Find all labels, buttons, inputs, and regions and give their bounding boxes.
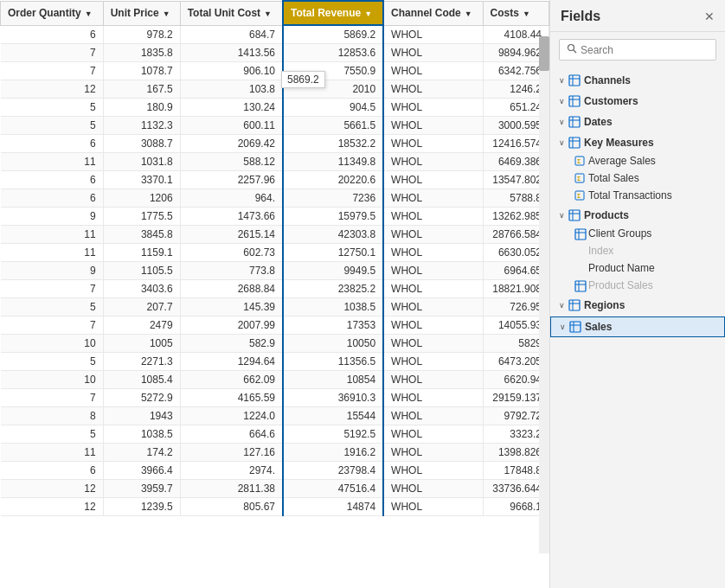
cell-total_revenue: 15544 bbox=[283, 407, 383, 425]
cell-channel_code: WHOL bbox=[383, 316, 483, 335]
table-row: 71078.7906.107550.9WHOL6342.756 bbox=[1, 62, 549, 80]
fields-list: ∨ Channels∨ Customers∨ Dates∨ Key Measur… bbox=[550, 67, 725, 588]
table-row: 12167.5103.82010WHOL1246.2 bbox=[1, 80, 549, 99]
table-row: 63088.72069.4218532.2WHOL12416.574 bbox=[1, 135, 549, 153]
table-row: 101005582.910050WHOL5829 bbox=[1, 335, 549, 353]
cell-channel_code: WHOL bbox=[383, 171, 483, 189]
cell-channel_code: WHOL bbox=[383, 462, 483, 480]
search-input[interactable] bbox=[581, 44, 710, 56]
cell-total_unit_cost: 684.7 bbox=[180, 25, 283, 44]
col-header-total_unit_cost[interactable]: Total Unit Cost▼ bbox=[180, 1, 283, 25]
search-icon bbox=[567, 43, 577, 56]
field-group-sales: ∨ Sales bbox=[550, 316, 725, 337]
table-row: 123959.72811.3847516.4WHOL33736.644 bbox=[1, 480, 549, 498]
cell-total_revenue: 9949.5 bbox=[283, 262, 383, 280]
cell-channel_code: WHOL bbox=[383, 117, 483, 135]
cell-channel_code: WHOL bbox=[383, 262, 483, 280]
field-group-channels: ∨ Channels bbox=[550, 71, 725, 90]
cell-unit_price: 2479 bbox=[103, 316, 180, 335]
field-group-label-products: Products bbox=[584, 209, 629, 221]
table-row: 73403.62688.8423825.2WHOL18821.908 bbox=[1, 280, 549, 298]
table-row: 5180.9130.24904.5WHOL651.24 bbox=[1, 99, 549, 117]
cell-total_revenue: 12750.1 bbox=[283, 244, 383, 262]
field-item-total_sales[interactable]: Σ Total Sales bbox=[550, 169, 725, 187]
scroll-thumb[interactable] bbox=[539, 36, 549, 71]
cell-unit_price: 1239.5 bbox=[103, 498, 180, 516]
col-header-total_revenue[interactable]: Total Revenue▼ bbox=[283, 1, 383, 25]
cell-channel_code: WHOL bbox=[383, 498, 483, 516]
cell-total_unit_cost: 1224.0 bbox=[180, 407, 283, 425]
field-item-label-product_name: Product Name bbox=[588, 262, 655, 274]
field-group-header-customers[interactable]: ∨ Customers bbox=[550, 92, 725, 111]
cell-channel_code: WHOL bbox=[383, 25, 483, 44]
cell-channel_code: WHOL bbox=[383, 444, 483, 462]
sort-icon: ▼ bbox=[465, 10, 472, 18]
cell-total_unit_cost: 600.11 bbox=[180, 117, 283, 135]
col-header-channel_code[interactable]: Channel Code▼ bbox=[383, 1, 483, 25]
cell-order_quantity: 6 bbox=[1, 189, 104, 208]
chevron-icon-key_measures: ∨ bbox=[559, 138, 565, 147]
cell-order_quantity: 6 bbox=[1, 25, 104, 44]
cell-channel_code: WHOL bbox=[383, 208, 483, 226]
measure-icon-total_sales: Σ bbox=[574, 173, 585, 183]
field-group-header-sales[interactable]: ∨ Sales bbox=[550, 316, 725, 337]
cell-channel_code: WHOL bbox=[383, 371, 483, 389]
cell-unit_price: 1085.4 bbox=[103, 371, 180, 389]
chevron-icon-channels: ∨ bbox=[559, 76, 565, 85]
cell-channel_code: WHOL bbox=[383, 153, 483, 171]
field-group-header-products[interactable]: ∨ Products bbox=[550, 206, 725, 225]
table-icon-sales bbox=[569, 321, 581, 333]
cell-total_unit_cost: 127.16 bbox=[180, 444, 283, 462]
cell-unit_price: 207.7 bbox=[103, 298, 180, 316]
table-icon-customers bbox=[568, 95, 581, 107]
fields-close-button[interactable]: ✕ bbox=[704, 10, 715, 23]
field-group-header-channels[interactable]: ∨ Channels bbox=[550, 71, 725, 90]
cell-order_quantity: 5 bbox=[1, 353, 104, 371]
cell-unit_price: 1132.3 bbox=[103, 117, 180, 135]
scrollbar[interactable] bbox=[539, 36, 549, 553]
cell-total_revenue: 7236 bbox=[283, 189, 383, 208]
field-group-label-customers: Customers bbox=[584, 95, 638, 107]
fields-search-box[interactable] bbox=[559, 39, 716, 61]
cell-order_quantity: 9 bbox=[1, 262, 104, 280]
chevron-icon-products: ∨ bbox=[559, 211, 565, 220]
col-header-order_quantity[interactable]: Order Quantity▼ bbox=[1, 1, 104, 25]
field-item-total_transactions[interactable]: Σ Total Transactions bbox=[550, 187, 725, 204]
table-row: 111159.1602.7312750.1WHOL6630.052 bbox=[1, 244, 549, 262]
cell-total_unit_cost: 906.10 bbox=[180, 62, 283, 80]
field-item-label-total_sales: Total Sales bbox=[588, 172, 639, 184]
cell-order_quantity: 7 bbox=[1, 62, 104, 80]
fields-panel: Fields ✕ ∨ Channels∨ Customers∨ Dates∨ bbox=[549, 0, 725, 588]
field-group-label-key_measures: Key Measures bbox=[584, 137, 654, 149]
field-group-header-regions[interactable]: ∨ Regions bbox=[550, 296, 725, 315]
cell-total_unit_cost: 2007.99 bbox=[180, 316, 283, 335]
field-item-average_sales[interactable]: Σ Average Sales bbox=[550, 152, 725, 169]
cell-unit_price: 174.2 bbox=[103, 444, 180, 462]
table-row: 63966.42974.23798.4WHOL17848.8 bbox=[1, 462, 549, 480]
cell-total_unit_cost: 805.67 bbox=[180, 498, 283, 516]
field-group-header-key_measures[interactable]: ∨ Key Measures bbox=[550, 133, 725, 152]
table-row: 11174.2127.161916.2WHOL1398.826 bbox=[1, 444, 549, 462]
measure-icon-total_transactions: Σ bbox=[574, 190, 585, 201]
cell-channel_code: WHOL bbox=[383, 298, 483, 316]
sort-icon: ▼ bbox=[163, 10, 170, 18]
cell-order_quantity: 5 bbox=[1, 425, 104, 444]
cell-channel_code: WHOL bbox=[383, 62, 483, 80]
cell-total_revenue: 36910.3 bbox=[283, 389, 383, 407]
cell-total_revenue: 12853.6 bbox=[283, 44, 383, 62]
col-header-costs[interactable]: Costs▼ bbox=[483, 1, 549, 25]
field-group-header-dates[interactable]: ∨ Dates bbox=[550, 112, 725, 131]
cell-unit_price: 3370.1 bbox=[103, 171, 180, 189]
col-header-unit_price[interactable]: Unit Price▼ bbox=[103, 1, 180, 25]
table-row: 91775.51473.6615979.5WHOL13262.985 bbox=[1, 208, 549, 226]
cell-unit_price: 180.9 bbox=[103, 99, 180, 117]
cell-channel_code: WHOL bbox=[383, 99, 483, 117]
cell-total_revenue: 5869.2 bbox=[283, 25, 383, 44]
cell-unit_price: 1775.5 bbox=[103, 208, 180, 226]
field-item-product_name[interactable]: Product Name bbox=[550, 259, 725, 277]
field-group-dates: ∨ Dates bbox=[550, 112, 725, 131]
table-row: 71835.81413.5612853.6WHOL9894.962 bbox=[1, 44, 549, 62]
cell-total_unit_cost: 4165.59 bbox=[180, 389, 283, 407]
field-group-products: ∨ Products Client GroupsIndexProduct Nam… bbox=[550, 206, 725, 294]
field-item-client_groups[interactable]: Client Groups bbox=[550, 225, 725, 242]
